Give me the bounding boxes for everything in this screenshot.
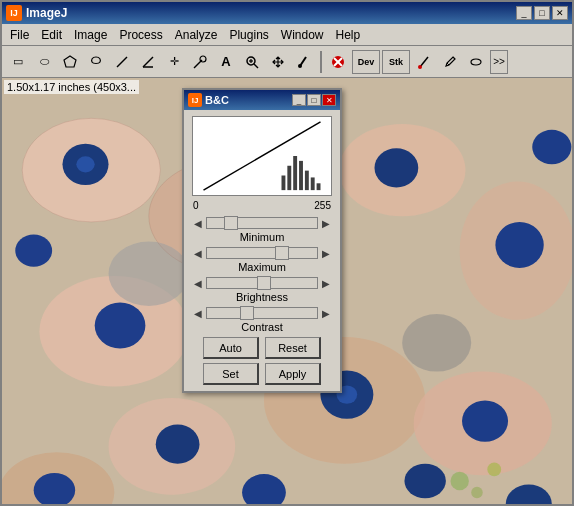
svg-point-35	[462, 400, 508, 441]
zoom-tool[interactable]	[240, 50, 264, 74]
toolbar: ▭ ⬭ ✛ A Dev Stk	[2, 46, 572, 78]
brightness-right-arrow[interactable]: ▶	[320, 277, 332, 289]
bc-content: 0 255 ◀ ▶ Minimum ◀	[184, 110, 340, 391]
bc-dialog: IJ B&C _ □ ✕	[182, 88, 342, 393]
svg-point-5	[200, 56, 206, 62]
maximum-left-arrow[interactable]: ◀	[192, 247, 204, 259]
auto-button[interactable]: Auto	[203, 337, 259, 359]
bc-title-bar: IJ B&C _ □ ✕	[184, 90, 340, 110]
svg-point-27	[109, 241, 190, 305]
image-area: 1.50x1.17 inches (450x3...	[2, 78, 572, 504]
menu-image[interactable]: Image	[68, 26, 113, 44]
bc-title: B&C	[205, 94, 229, 106]
svg-rect-56	[293, 156, 297, 190]
minimum-left-arrow[interactable]: ◀	[192, 217, 204, 229]
image-label: 1.50x1.17 inches (450x3...	[4, 80, 139, 94]
wand-tool[interactable]	[188, 50, 212, 74]
contrast-left-arrow[interactable]: ◀	[192, 307, 204, 319]
svg-point-32	[495, 222, 543, 268]
svg-point-49	[471, 487, 483, 499]
contrast-slider-track[interactable]	[206, 307, 318, 319]
menu-window[interactable]: Window	[275, 26, 330, 44]
histogram-labels: 0 255	[192, 200, 332, 211]
svg-point-36	[156, 425, 200, 464]
contrast-slider-thumb[interactable]	[240, 306, 254, 320]
svg-line-7	[254, 64, 258, 68]
pan-tool[interactable]	[266, 50, 290, 74]
bc-title-left: IJ B&C	[188, 93, 229, 107]
menu-help[interactable]: Help	[330, 26, 367, 44]
brightness-slider-thumb[interactable]	[257, 276, 271, 290]
svg-point-31	[375, 148, 419, 187]
svg-point-48	[487, 463, 501, 477]
brightness-left-arrow[interactable]: ◀	[192, 277, 204, 289]
close-button[interactable]: ✕	[552, 6, 568, 20]
histogram	[192, 116, 332, 196]
minimum-slider-thumb[interactable]	[224, 216, 238, 230]
freehand-tool[interactable]	[84, 50, 108, 74]
svg-marker-0	[64, 56, 76, 67]
contrast-slider-row: ◀ ▶	[192, 307, 332, 319]
minimize-button[interactable]: _	[516, 6, 532, 20]
stk-button[interactable]: Stk	[382, 50, 410, 74]
title-bar-left: IJ ImageJ	[6, 5, 67, 21]
brightness-label: Brightness	[192, 291, 332, 303]
histogram-max-label: 255	[314, 200, 331, 211]
histogram-min-label: 0	[193, 200, 199, 211]
maximum-slider-thumb[interactable]	[275, 246, 289, 260]
svg-rect-60	[317, 183, 321, 190]
rectangle-tool[interactable]: ▭	[6, 50, 30, 74]
menu-plugins[interactable]: Plugins	[223, 26, 274, 44]
svg-point-43	[404, 464, 445, 499]
apply-button[interactable]: Apply	[265, 363, 321, 385]
set-button[interactable]: Set	[203, 363, 259, 385]
more-tools-button[interactable]: >>	[490, 50, 508, 74]
maximum-label: Maximum	[192, 261, 332, 273]
red-circle-tool[interactable]	[326, 50, 350, 74]
menu-analyze[interactable]: Analyze	[169, 26, 224, 44]
minimum-label: Minimum	[192, 231, 332, 243]
window-title: ImageJ	[26, 6, 67, 20]
bc-minimize-button[interactable]: _	[292, 94, 306, 106]
point-tool[interactable]: ✛	[162, 50, 186, 74]
polygon-tool[interactable]	[58, 50, 82, 74]
maximum-right-arrow[interactable]: ▶	[320, 247, 332, 259]
svg-point-44	[76, 156, 94, 172]
svg-point-11	[298, 64, 302, 68]
line-tool[interactable]	[110, 50, 134, 74]
buttons-row-2: Set Apply	[192, 363, 332, 385]
oval-tool[interactable]: ⬭	[32, 50, 56, 74]
dev-button[interactable]: Dev	[352, 50, 380, 74]
svg-rect-58	[305, 171, 309, 191]
brush-tool[interactable]	[438, 50, 462, 74]
reset-button[interactable]: Reset	[265, 337, 321, 359]
svg-point-28	[402, 314, 471, 372]
bc-icon: IJ	[188, 93, 202, 107]
title-controls: _ □ ✕	[516, 6, 568, 20]
brightness-slider-track[interactable]	[206, 277, 318, 289]
maximize-button[interactable]: □	[534, 6, 550, 20]
extra-tool[interactable]	[464, 50, 488, 74]
bc-restore-button[interactable]: □	[307, 94, 321, 106]
svg-point-39	[532, 130, 571, 165]
menu-process[interactable]: Process	[113, 26, 168, 44]
angle-tool[interactable]	[136, 50, 160, 74]
imagej-icon: IJ	[6, 5, 22, 21]
pipette-tool[interactable]	[292, 50, 316, 74]
histogram-chart	[193, 117, 331, 195]
menu-file[interactable]: File	[4, 26, 35, 44]
bc-title-controls: _ □ ✕	[292, 94, 336, 106]
maximum-slider-row: ◀ ▶	[192, 247, 332, 259]
maximum-slider-track[interactable]	[206, 247, 318, 259]
bc-close-button[interactable]: ✕	[322, 94, 336, 106]
menu-bar: File Edit Image Process Analyze Plugins …	[2, 24, 572, 46]
menu-edit[interactable]: Edit	[35, 26, 68, 44]
toolbar-separator	[320, 51, 322, 73]
contrast-right-arrow[interactable]: ▶	[320, 307, 332, 319]
svg-point-33	[95, 303, 146, 349]
minimum-slider-track[interactable]	[206, 217, 318, 229]
svg-point-40	[15, 235, 52, 267]
text-tool[interactable]: A	[214, 50, 238, 74]
minimum-right-arrow[interactable]: ▶	[320, 217, 332, 229]
paint-tool[interactable]	[412, 50, 436, 74]
